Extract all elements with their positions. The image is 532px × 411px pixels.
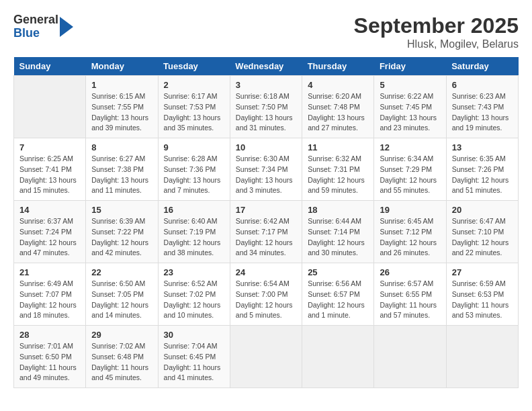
column-header-sunday: Sunday: [14, 57, 86, 76]
week-row: 7Sunrise: 6:25 AMSunset: 7:41 PMDaylight…: [14, 138, 519, 201]
day-info: Sunrise: 6:52 AMSunset: 7:02 PMDaylight:…: [164, 279, 224, 321]
day-info: Sunrise: 6:28 AMSunset: 7:36 PMDaylight:…: [164, 154, 224, 196]
day-info: Sunrise: 7:04 AMSunset: 6:45 PMDaylight:…: [164, 341, 224, 383]
day-info: Sunrise: 6:57 AMSunset: 6:55 PMDaylight:…: [380, 279, 440, 321]
calendar-cell: 16Sunrise: 6:40 AMSunset: 7:19 PMDayligh…: [158, 201, 230, 263]
day-number: 4: [308, 80, 368, 90]
week-row: 21Sunrise: 6:49 AMSunset: 7:07 PMDayligh…: [14, 263, 519, 326]
day-info: Sunrise: 6:17 AMSunset: 7:53 PMDaylight:…: [164, 91, 224, 134]
logo-icon: [60, 17, 73, 37]
calendar-cell: 21Sunrise: 6:49 AMSunset: 7:07 PMDayligh…: [14, 263, 86, 326]
day-number: 9: [164, 142, 224, 152]
calendar-cell: 14Sunrise: 6:37 AMSunset: 7:24 PMDayligh…: [14, 201, 86, 263]
calendar-cell: 11Sunrise: 6:32 AMSunset: 7:31 PMDayligh…: [302, 138, 374, 201]
day-info: Sunrise: 6:18 AMSunset: 7:50 PMDaylight:…: [236, 91, 296, 134]
header-row: SundayMondayTuesdayWednesdayThursdayFrid…: [14, 57, 519, 76]
logo: General Blue: [13, 13, 75, 40]
calendar-cell: [230, 326, 302, 388]
day-info: Sunrise: 6:30 AMSunset: 7:34 PMDaylight:…: [236, 154, 296, 196]
calendar-cell: 7Sunrise: 6:25 AMSunset: 7:41 PMDaylight…: [14, 138, 86, 201]
calendar-cell: [14, 76, 86, 138]
day-number: 29: [91, 330, 152, 340]
day-info: Sunrise: 6:49 AMSunset: 7:07 PMDaylight:…: [19, 279, 80, 321]
calendar-body: 1Sunrise: 6:15 AMSunset: 7:55 PMDaylight…: [14, 76, 519, 388]
calendar-table: SundayMondayTuesdayWednesdayThursdayFrid…: [13, 57, 519, 388]
logo-text: General Blue: [13, 13, 58, 40]
day-info: Sunrise: 6:42 AMSunset: 7:17 PMDaylight:…: [236, 216, 296, 259]
day-number: 14: [19, 205, 80, 215]
day-info: Sunrise: 6:25 AMSunset: 7:41 PMDaylight:…: [19, 154, 80, 196]
calendar-cell: 24Sunrise: 6:54 AMSunset: 7:00 PMDayligh…: [230, 263, 302, 326]
day-number: 12: [380, 142, 440, 152]
day-number: 17: [236, 205, 296, 215]
day-number: 5: [380, 80, 440, 90]
day-info: Sunrise: 6:40 AMSunset: 7:19 PMDaylight:…: [164, 216, 224, 259]
calendar-cell: 22Sunrise: 6:50 AMSunset: 7:05 PMDayligh…: [86, 263, 158, 326]
day-number: 28: [19, 330, 80, 340]
day-number: 11: [308, 142, 368, 152]
day-info: Sunrise: 7:01 AMSunset: 6:50 PMDaylight:…: [19, 341, 80, 383]
logo-blue: Blue: [13, 27, 58, 40]
title-block: September 2025 Hlusk, Mogilev, Belarus: [354, 13, 519, 50]
calendar-cell: 20Sunrise: 6:47 AMSunset: 7:10 PMDayligh…: [446, 201, 518, 263]
day-number: 15: [91, 205, 152, 215]
week-row: 14Sunrise: 6:37 AMSunset: 7:24 PMDayligh…: [14, 201, 519, 263]
calendar-cell: 23Sunrise: 6:52 AMSunset: 7:02 PMDayligh…: [158, 263, 230, 326]
calendar-cell: [374, 326, 446, 388]
week-row: 28Sunrise: 7:01 AMSunset: 6:50 PMDayligh…: [14, 326, 519, 388]
day-info: Sunrise: 6:47 AMSunset: 7:10 PMDaylight:…: [452, 216, 513, 259]
day-number: 8: [91, 142, 152, 152]
calendar-cell: 28Sunrise: 7:01 AMSunset: 6:50 PMDayligh…: [14, 326, 86, 388]
day-info: Sunrise: 6:39 AMSunset: 7:22 PMDaylight:…: [91, 216, 152, 259]
day-number: 22: [91, 267, 152, 277]
calendar-cell: [302, 326, 374, 388]
day-number: 18: [308, 205, 368, 215]
calendar-cell: 18Sunrise: 6:44 AMSunset: 7:14 PMDayligh…: [302, 201, 374, 263]
day-number: 7: [19, 142, 80, 152]
calendar-header: SundayMondayTuesdayWednesdayThursdayFrid…: [14, 57, 519, 76]
calendar-cell: 1Sunrise: 6:15 AMSunset: 7:55 PMDaylight…: [86, 76, 158, 138]
svg-marker-0: [60, 17, 73, 37]
calendar-cell: 29Sunrise: 7:02 AMSunset: 6:48 PMDayligh…: [86, 326, 158, 388]
calendar-cell: 27Sunrise: 6:59 AMSunset: 6:53 PMDayligh…: [446, 263, 518, 326]
day-number: 23: [164, 267, 224, 277]
day-info: Sunrise: 6:22 AMSunset: 7:45 PMDaylight:…: [380, 91, 440, 134]
day-number: 10: [236, 142, 296, 152]
day-info: Sunrise: 6:34 AMSunset: 7:29 PMDaylight:…: [380, 154, 440, 196]
calendar-cell: 8Sunrise: 6:27 AMSunset: 7:38 PMDaylight…: [86, 138, 158, 201]
calendar-cell: 4Sunrise: 6:20 AMSunset: 7:48 PMDaylight…: [302, 76, 374, 138]
calendar-cell: 6Sunrise: 6:23 AMSunset: 7:43 PMDaylight…: [446, 76, 518, 138]
day-info: Sunrise: 6:56 AMSunset: 6:57 PMDaylight:…: [308, 279, 368, 321]
day-number: 3: [236, 80, 296, 90]
month-year-title: September 2025: [354, 13, 519, 38]
page-header: General Blue September 2025 Hlusk, Mogil…: [13, 13, 519, 50]
day-info: Sunrise: 6:20 AMSunset: 7:48 PMDaylight:…: [308, 91, 368, 134]
calendar-cell: 17Sunrise: 6:42 AMSunset: 7:17 PMDayligh…: [230, 201, 302, 263]
calendar-cell: 15Sunrise: 6:39 AMSunset: 7:22 PMDayligh…: [86, 201, 158, 263]
column-header-wednesday: Wednesday: [230, 57, 302, 76]
day-info: Sunrise: 6:23 AMSunset: 7:43 PMDaylight:…: [452, 91, 513, 134]
location-subtitle: Hlusk, Mogilev, Belarus: [354, 38, 519, 50]
day-number: 25: [308, 267, 368, 277]
calendar-cell: 19Sunrise: 6:45 AMSunset: 7:12 PMDayligh…: [374, 201, 446, 263]
day-number: 13: [452, 142, 513, 152]
day-info: Sunrise: 6:45 AMSunset: 7:12 PMDaylight:…: [380, 216, 440, 259]
calendar-cell: 3Sunrise: 6:18 AMSunset: 7:50 PMDaylight…: [230, 76, 302, 138]
day-info: Sunrise: 6:15 AMSunset: 7:55 PMDaylight:…: [91, 91, 152, 134]
calendar-cell: 9Sunrise: 6:28 AMSunset: 7:36 PMDaylight…: [158, 138, 230, 201]
logo-general: General: [13, 13, 58, 27]
day-number: 16: [164, 205, 224, 215]
day-number: 26: [380, 267, 440, 277]
day-number: 1: [91, 80, 152, 90]
day-info: Sunrise: 6:54 AMSunset: 7:00 PMDaylight:…: [236, 279, 296, 321]
day-number: 20: [452, 205, 513, 215]
day-info: Sunrise: 6:27 AMSunset: 7:38 PMDaylight:…: [91, 154, 152, 196]
day-number: 6: [452, 80, 513, 90]
day-info: Sunrise: 6:35 AMSunset: 7:26 PMDaylight:…: [452, 154, 513, 196]
calendar-cell: 12Sunrise: 6:34 AMSunset: 7:29 PMDayligh…: [374, 138, 446, 201]
calendar-cell: 5Sunrise: 6:22 AMSunset: 7:45 PMDaylight…: [374, 76, 446, 138]
day-info: Sunrise: 6:44 AMSunset: 7:14 PMDaylight:…: [308, 216, 368, 259]
day-number: 30: [164, 330, 224, 340]
day-number: 19: [380, 205, 440, 215]
calendar-cell: [446, 326, 518, 388]
